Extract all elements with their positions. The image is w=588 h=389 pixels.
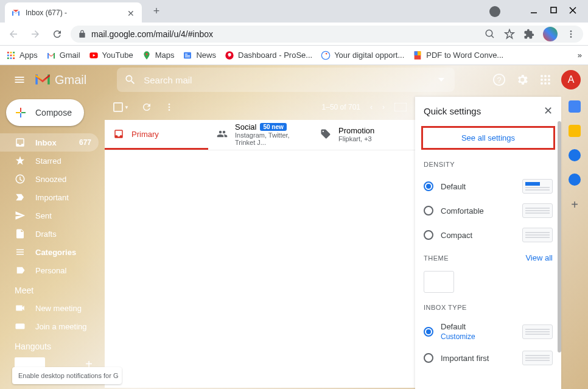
prev-page-button[interactable]: ‹ — [370, 103, 373, 111]
notification-banner[interactable]: Enable desktop notifications for G — [12, 367, 122, 384]
compose-label: Compose — [35, 108, 72, 117]
view-all-themes-link[interactable]: View all — [525, 253, 553, 262]
tab-primary[interactable]: Primary — [105, 120, 208, 150]
lock-icon — [78, 30, 86, 38]
clock-icon — [15, 173, 26, 184]
google-apps-button[interactable] — [538, 72, 553, 87]
svg-rect-28 — [418, 51, 421, 55]
contacts-addon-icon[interactable] — [569, 173, 581, 186]
bookmark-dashboard[interactable]: Dashboard - ProSe... — [225, 51, 312, 60]
inbox-icon — [15, 137, 26, 148]
compose-button[interactable]: Compose — [6, 99, 84, 126]
calendar-addon-icon[interactable] — [569, 100, 581, 113]
main-menu-button[interactable] — [7, 68, 32, 92]
meet-item-new-meeting[interactable]: New meeting — [0, 299, 99, 317]
next-page-button[interactable]: › — [382, 103, 385, 111]
search-icon — [124, 74, 136, 86]
profile-indicator-icon[interactable] — [489, 6, 500, 17]
svg-point-8 — [570, 36, 572, 38]
svg-point-43 — [169, 107, 170, 108]
account-avatar[interactable]: A — [561, 70, 581, 89]
keep-addon-icon[interactable] — [569, 125, 581, 137]
density-preview — [522, 228, 553, 242]
mail-list[interactable] — [105, 150, 415, 388]
zoom-icon[interactable] — [485, 29, 495, 40]
select-all-checkbox[interactable]: ▼ — [113, 102, 129, 112]
see-all-settings-button[interactable]: See all settings — [421, 126, 555, 150]
bookmark-pdf[interactable]: PDF to Word Conve... — [413, 51, 503, 60]
svg-point-6 — [570, 30, 572, 32]
refresh-button[interactable] — [141, 102, 152, 113]
bookmark-digital[interactable]: Your digital opport... — [321, 51, 404, 60]
density-option-compact[interactable]: Compact — [415, 223, 561, 247]
theme-preview[interactable] — [424, 271, 454, 293]
sidebar-item-drafts[interactable]: Drafts — [0, 225, 99, 243]
settings-button[interactable] — [515, 72, 530, 87]
profile-avatar-icon[interactable] — [543, 27, 558, 41]
chrome-menu-icon[interactable] — [566, 29, 576, 39]
sidebar-item-snoozed[interactable]: Snoozed — [0, 170, 99, 188]
sidebar: Compose Inbox677StarredSnoozedImportantS… — [0, 94, 105, 389]
tab-promotion[interactable]: PromotionFlipkart, +3 — [312, 120, 415, 150]
inbox-option-important-first[interactable]: Important first — [415, 346, 561, 370]
inbox-option-default[interactable]: DefaultCustomize — [415, 317, 561, 346]
gmail-logo-text: Gmail — [55, 73, 86, 87]
settings-scrollbar[interactable] — [558, 121, 561, 352]
url-bar[interactable]: mail.google.com/mail/u/4/#inbox — [71, 26, 583, 43]
hangouts-section-label: Hangouts — [0, 335, 105, 355]
svg-rect-17 — [13, 57, 15, 59]
meet-item-join-a-meeting[interactable]: Join a meeting — [0, 317, 99, 335]
back-button[interactable] — [5, 26, 22, 43]
support-button[interactable]: ? — [492, 72, 506, 87]
sidebar-item-personal[interactable]: Personal — [0, 261, 99, 279]
bookmark-gmail[interactable]: Gmail — [46, 51, 80, 60]
bookmarks-overflow-icon[interactable]: » — [578, 51, 582, 60]
bookmark-news[interactable]: News — [183, 51, 216, 60]
close-window-button[interactable] — [569, 6, 577, 15]
reload-button[interactable] — [49, 26, 66, 43]
search-box[interactable] — [117, 68, 455, 92]
forward-button[interactable] — [27, 26, 44, 43]
density-option-default[interactable]: Default — [415, 174, 561, 198]
tasks-addon-icon[interactable] — [569, 149, 581, 161]
sidebar-item-inbox[interactable]: Inbox677 — [0, 133, 99, 152]
bookmark-star-icon[interactable] — [504, 29, 515, 40]
close-tab-icon[interactable]: ✕ — [127, 9, 136, 17]
customize-link[interactable]: Customize — [441, 332, 475, 341]
inbox-preview — [522, 324, 553, 339]
sidebar-item-starred[interactable]: Starred — [0, 152, 99, 170]
gmail-logo[interactable]: Gmail — [34, 73, 86, 87]
maximize-button[interactable] — [549, 6, 558, 15]
density-option-comfortable[interactable]: Comfortable — [415, 198, 561, 223]
sidebar-item-categories[interactable]: Categories — [0, 243, 99, 261]
svg-rect-11 — [13, 52, 15, 54]
extensions-icon[interactable] — [523, 29, 534, 40]
browser-tab[interactable]: Inbox (677) - ✕ — [5, 2, 142, 23]
input-tools-button[interactable] — [394, 103, 407, 111]
tag-icon — [320, 128, 331, 139]
minimize-button[interactable] — [530, 6, 538, 15]
search-options-icon[interactable] — [435, 78, 447, 82]
sidebar-item-sent[interactable]: Sent — [0, 206, 99, 225]
more-actions-button[interactable] — [164, 102, 174, 112]
sidebar-item-important[interactable]: Important — [0, 188, 99, 206]
radio-icon — [424, 181, 433, 191]
bookmark-youtube[interactable]: YouTube — [89, 51, 133, 60]
quick-settings-panel: Quick settings ✕ See all settings DENSIT… — [415, 97, 561, 389]
tab-social[interactable]: Social50 newInstagram, Twitter, Trinket … — [208, 120, 312, 150]
label-icon — [15, 265, 26, 276]
svg-rect-22 — [185, 55, 190, 56]
get-addons-button[interactable]: + — [571, 198, 578, 212]
density-label: DENSITY — [415, 158, 561, 174]
gmail-favicon — [11, 8, 21, 18]
inbox-type-label: INBOX TYPE — [415, 301, 561, 317]
close-settings-button[interactable]: ✕ — [544, 104, 553, 117]
inbox-preview — [522, 351, 553, 365]
bookmark-apps[interactable]: Apps — [6, 51, 38, 60]
new-tab-button[interactable]: + — [148, 3, 165, 20]
gmail-icon — [46, 51, 56, 60]
svg-line-5 — [491, 35, 494, 38]
radio-icon — [424, 327, 433, 337]
bookmark-maps[interactable]: Maps — [142, 51, 175, 60]
search-input[interactable] — [144, 75, 428, 85]
